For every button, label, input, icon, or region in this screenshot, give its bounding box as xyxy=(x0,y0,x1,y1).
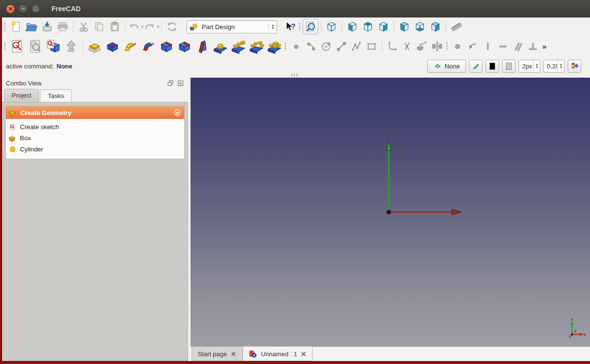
face-icon xyxy=(434,62,442,70)
apply-appearance-icon xyxy=(571,62,579,70)
close-tab-icon[interactable] xyxy=(301,351,306,357)
task-section-header[interactable]: Create Geometry xyxy=(6,106,184,119)
pocket-icon xyxy=(104,37,121,55)
close-tab-icon[interactable] xyxy=(231,351,236,357)
svg-text:?: ? xyxy=(291,22,295,30)
task-item-list: Create sketchBoxCylinder xyxy=(6,119,184,159)
cube-left-icon xyxy=(428,19,443,34)
workbench-selector-arrows[interactable]: ▲▼ xyxy=(268,24,275,30)
transparency-spinbox[interactable]: 0,20 ▲▼ xyxy=(543,60,565,73)
task-item-label: Box xyxy=(20,134,31,142)
paste-icon xyxy=(107,19,122,34)
geo-circle-icon xyxy=(319,38,334,54)
top-view-button[interactable] xyxy=(360,19,376,34)
close-window-button[interactable]: ✕ xyxy=(6,4,15,14)
groove-button[interactable] xyxy=(139,37,157,55)
fit-all-button[interactable] xyxy=(303,19,318,34)
whats-this-button[interactable]: ? xyxy=(282,19,297,34)
multitransform-button[interactable] xyxy=(265,37,283,55)
fillet-button[interactable] xyxy=(157,37,175,55)
polar-pattern-button[interactable] xyxy=(247,37,265,55)
new-sketch-button[interactable] xyxy=(8,37,26,55)
tab-tasks[interactable]: Tasks xyxy=(40,89,71,102)
minimize-window-button[interactable]: − xyxy=(18,4,28,14)
maximize-window-button[interactable]: □ xyxy=(31,4,40,14)
face-appearance-button[interactable]: None xyxy=(427,60,466,73)
active-command-value: None xyxy=(56,63,72,70)
tab-project[interactable]: Project xyxy=(4,89,39,102)
line-color-button[interactable] xyxy=(486,60,499,73)
bottom-view-button[interactable] xyxy=(412,19,428,34)
workbench-selected-value: Part Design xyxy=(202,23,265,31)
collapse-section-icon[interactable] xyxy=(174,109,181,116)
document-tab-start-page[interactable]: Start page xyxy=(191,347,243,361)
draft-button[interactable] xyxy=(193,37,211,55)
copy-button xyxy=(91,19,107,34)
window-titlebar[interactable]: ✕ − □ FreeCAD xyxy=(0,0,590,17)
toolbar-row-1: ▾▾ Part Design ▲▼ ? xyxy=(2,17,590,36)
window-border-bottom[interactable] xyxy=(0,361,590,364)
combo-view-panel: Combo View Project Tasks Create Geometry… xyxy=(2,76,188,361)
left-view-button[interactable] xyxy=(428,19,443,34)
document-tab-label: Start page xyxy=(198,350,227,358)
line-width-spinbox[interactable]: 2px ▲▼ xyxy=(519,60,540,73)
revolution-button[interactable] xyxy=(121,37,139,55)
front-view-button[interactable] xyxy=(345,19,360,34)
document-tabbar: Start pageUnnamed : 1 xyxy=(191,347,590,361)
task-item-cylinder[interactable]: Cylinder xyxy=(9,144,182,155)
toolbar-grip[interactable] xyxy=(4,23,6,31)
measure-button[interactable] xyxy=(449,19,464,34)
task-section-title: Create Geometry xyxy=(20,109,174,116)
workbench-selector[interactable]: Part Design ▲▼ xyxy=(187,20,277,33)
task-item-box[interactable]: Box xyxy=(9,132,182,144)
toolbar-grip[interactable] xyxy=(446,42,448,50)
chamfer-icon xyxy=(175,37,193,55)
face-color-swatch xyxy=(506,63,512,70)
measure-icon xyxy=(449,19,464,34)
rear-view-button[interactable] xyxy=(397,19,412,34)
task-item-label: Create sketch xyxy=(20,123,59,131)
open-folder-icon xyxy=(24,19,39,34)
transparency-arrows[interactable]: ▲▼ xyxy=(557,60,564,72)
toolbar-grip[interactable] xyxy=(285,42,286,50)
trim-edge-button xyxy=(399,38,415,54)
dropdown-arrow-icon: ▾ xyxy=(157,24,159,29)
paste-button xyxy=(107,19,122,34)
new-document-button[interactable] xyxy=(8,19,24,34)
pad-button[interactable] xyxy=(86,37,104,55)
apply-appearance-button[interactable] xyxy=(568,60,581,73)
float-panel-icon[interactable] xyxy=(167,80,174,87)
cube-rear-icon xyxy=(397,19,412,34)
constraint-coincident-button xyxy=(450,38,465,54)
con-vertical-icon xyxy=(480,38,495,54)
undo-icon xyxy=(128,19,140,34)
map-sketch-icon xyxy=(44,37,62,55)
map-sketch-button[interactable] xyxy=(44,37,62,55)
document-tab-unnamed-1[interactable]: Unnamed : 1 xyxy=(243,347,312,361)
box-icon xyxy=(9,109,17,117)
print-icon xyxy=(55,19,70,34)
status-row: active command: None None 2px ▲▼ 0,20 xyxy=(2,56,590,76)
toolbar-grip[interactable] xyxy=(299,23,300,31)
right-view-button[interactable] xyxy=(376,19,391,34)
open-button[interactable] xyxy=(24,19,39,34)
axonometric-view-button[interactable] xyxy=(324,19,339,34)
mirrored-button[interactable] xyxy=(211,37,229,55)
save-button[interactable] xyxy=(39,19,55,34)
pocket-button[interactable] xyxy=(104,37,121,55)
draw-style-button[interactable] xyxy=(469,60,483,73)
chamfer-button[interactable] xyxy=(175,37,193,55)
line-width-arrows[interactable]: ▲▼ xyxy=(533,60,540,72)
splitter-handle[interactable] xyxy=(292,73,299,77)
task-item-create-sketch[interactable]: Create sketch xyxy=(9,121,182,132)
copy-icon xyxy=(91,19,107,34)
face-color-button[interactable] xyxy=(502,60,516,73)
constraint-perpendicular-button xyxy=(525,38,540,54)
tasks-panel-body: Create Geometry Create sketchBoxCylinder xyxy=(2,102,188,361)
linear-pattern-button[interactable] xyxy=(229,37,247,55)
cube-front-icon xyxy=(345,19,360,34)
close-panel-icon[interactable] xyxy=(177,80,184,87)
toolbar-grip[interactable] xyxy=(4,42,6,50)
toolbar-overflow-chevron[interactable]: » xyxy=(542,42,546,50)
3d-viewport[interactable]: Y Z X xyxy=(191,78,590,347)
